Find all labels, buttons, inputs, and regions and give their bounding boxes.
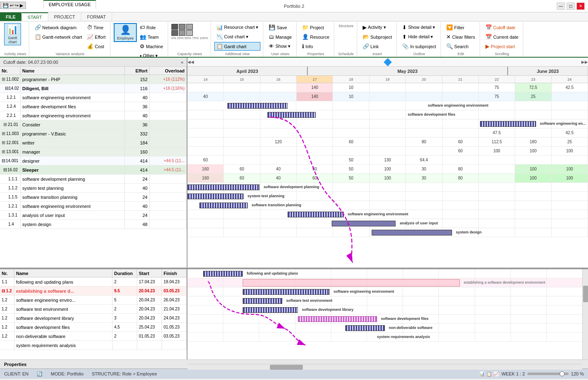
project-start-button[interactable]: ▶ Project start	[483, 42, 520, 51]
machine-button[interactable]: ⚙ Machine	[138, 42, 165, 51]
gantt-nav[interactable]: ◀◀ ▶▶	[187, 58, 588, 67]
time-button[interactable]: ⏱ Time	[85, 23, 108, 32]
gantt-chart-view-button[interactable]: 📋 Gantt chart	[214, 42, 261, 51]
info-button[interactable]: ℹ Info	[300, 42, 331, 51]
restore-button[interactable]: ◻	[567, 2, 575, 10]
table-row[interactable]: ⊞11.003 programmer - V.Basic 332	[0, 129, 187, 138]
cost-chart-button[interactable]: 📉 Cost chart ▾	[214, 33, 261, 41]
table-row[interactable]: 1.4 system design 48	[0, 220, 187, 229]
gcell	[333, 192, 369, 200]
tab-format[interactable]: FORMAT	[81, 12, 112, 21]
table-row[interactable]: ⊞21.01 Consider 36	[0, 120, 187, 129]
zoom-bar[interactable]	[527, 373, 569, 375]
table-row[interactable]: 1.1.2 system test planning 40	[0, 184, 187, 193]
table-row[interactable]: ⊞13.001 manager 160	[0, 147, 187, 156]
gcell	[370, 128, 406, 137]
table-row[interactable]: 1.2.4 software development files 36	[0, 102, 187, 111]
cost-button[interactable]: 💰 Cost	[85, 42, 108, 51]
tab-start[interactable]: START	[22, 12, 48, 21]
hscroll-thumb[interactable]	[270, 365, 303, 370]
bottom-row[interactable]: 1.2 non-deliverable software 2 01.05.23 …	[0, 332, 187, 341]
cell-nr: 1.2.1	[0, 93, 21, 102]
table-row[interactable]: 1.1.1 software development planning 24	[0, 175, 187, 184]
bottom-row[interactable]: 1.2 software development library 3 20.04…	[0, 314, 187, 323]
resource-chart-button[interactable]: 📊 Resource chart ▾	[214, 23, 261, 32]
bar-label: establishing a software development envi…	[464, 280, 546, 284]
search-button[interactable]: 🔍 Search	[444, 42, 477, 51]
table-row[interactable]: ⊞11.002 programmer - PHP 152 +16 (112%)	[0, 75, 187, 84]
scrolling-group: 📅 Cutoff date 📅 Current date ▶ Project s…	[481, 22, 523, 57]
current-date-button[interactable]: 📅 Current date	[483, 33, 520, 41]
gcell: 100	[370, 165, 406, 173]
gcell	[552, 228, 588, 237]
gcell: 25	[552, 138, 588, 146]
table-row[interactable]: 1.2.1 software engineering environment 4…	[0, 202, 187, 211]
horizontal-scrollbar[interactable]	[187, 364, 582, 370]
gantt-chart-button[interactable]: 📊 Ganttchart	[4, 23, 21, 45]
tab-project[interactable]: PROJECT	[48, 12, 81, 21]
cutoff-diamond	[384, 58, 392, 66]
bcell-start: 20.04.23	[137, 287, 162, 295]
bottom-row[interactable]: 1.2 software engineering enviro... 5 20.…	[0, 296, 187, 305]
bottom-row[interactable]: 1.2 software development files 4.5 25.04…	[0, 323, 187, 332]
in-subproject-button[interactable]: 📎 In subproject	[400, 42, 438, 51]
table-row[interactable]: 2.2.1 software engineering environment 4…	[0, 111, 187, 120]
hide-detail-button[interactable]: ⬆ Hide detail ▾	[400, 33, 438, 41]
employee-usage-tab[interactable]: EMPLOYEE USAGE	[43, 0, 96, 9]
link-button[interactable]: 🔗 Link	[361, 42, 394, 51]
view-icons[interactable]: 📊 📋 📈	[479, 371, 499, 377]
table-row[interactable]: 1.2.1 software engineering environment 4…	[0, 93, 187, 102]
table-row[interactable]: 1.1.5 software transition planning 24	[0, 193, 187, 202]
gantt-row: 160 60 40 60 50 100 30 80 100 100	[187, 165, 588, 174]
gcell	[297, 219, 333, 228]
tab-file[interactable]: FILE	[0, 12, 22, 21]
zoom-thumb[interactable]	[560, 371, 565, 376]
gcell	[479, 156, 515, 164]
save-view-button[interactable]: 💾 Save	[267, 23, 294, 32]
bcell-name: software development library	[14, 314, 112, 322]
clear-filters-button[interactable]: ✕ Clear filters	[444, 33, 477, 41]
bottom-row[interactable]: 1.1 following and updating plans 2 17.04…	[0, 277, 187, 287]
gcell	[479, 165, 515, 173]
subproject-button[interactable]: 📂 Subproject	[361, 33, 394, 41]
gcell	[406, 183, 442, 191]
role-button[interactable]: 🏷 Role	[138, 23, 165, 32]
filter-button[interactable]: 🔽 Filter	[444, 23, 477, 32]
employee-button[interactable]: 👤 Employee	[114, 23, 137, 42]
effort-button[interactable]: 📈 Effort	[85, 33, 108, 41]
gcell	[224, 156, 260, 164]
table-row[interactable]: ⊟14.02 Diligent, Bill 116 +16 (116%)	[0, 84, 187, 93]
gantt-network-button[interactable]: 📋 Gantt-network chart	[33, 33, 84, 41]
bottom-row[interactable]: ⊟ 1.2 establishing a software d... 9.5 2…	[0, 287, 187, 296]
manage-button[interactable]: 🗂 Manage	[267, 33, 294, 41]
resource-props-button[interactable]: 👤 Resource	[300, 33, 331, 41]
minimize-button[interactable]: —	[557, 2, 565, 10]
project-props-button[interactable]: 📁 Project	[300, 23, 331, 32]
bottom-table-header: Nr. Name Duration Start Finish	[0, 269, 187, 277]
table-row[interactable]: ⊟16.02 Sleeper 414 +44.5 (11...	[0, 166, 187, 175]
table-row[interactable]: ⊞12.001 writter 184	[0, 138, 187, 147]
table-row[interactable]: 1.3.1 analysis of user input 24	[0, 211, 187, 220]
cell-effort: 36	[125, 102, 150, 111]
vertical-scrollbar[interactable]	[582, 269, 588, 359]
cell-overload: +44.5 (11...	[150, 156, 187, 165]
table-row[interactable]: ⊟14.001 designer 414 +44.5 (11...	[0, 156, 187, 166]
refresh-button[interactable]: 🔄	[37, 371, 42, 377]
close-button[interactable]: ✕	[576, 2, 585, 10]
activity-button[interactable]: ▶ Activity ▾	[361, 23, 394, 32]
gcell	[443, 183, 479, 191]
show-detail-button[interactable]: ⬇ Show detail ▾	[400, 23, 438, 32]
cutoff-nav-button[interactable]: «	[181, 60, 183, 65]
bcol-dur: Duration	[112, 269, 137, 277]
gcell	[333, 128, 369, 137]
network-diagram-button[interactable]: 🔗 Network diagram	[33, 23, 84, 32]
gcell	[547, 287, 582, 296]
scroll-thumb[interactable]	[583, 286, 588, 302]
show-button[interactable]: 👁 Show ▾	[267, 42, 294, 51]
gcell: 47.5	[479, 128, 515, 137]
cutoff-date-button[interactable]: 📅 Cutoff date	[483, 23, 520, 32]
cutoff-bar: Cutoff date: 04.07.23 00:00 «	[0, 58, 187, 67]
team-button[interactable]: 👥 Team	[138, 33, 165, 41]
bottom-row[interactable]: 1.2 software test environment 2 20.04.23…	[0, 305, 187, 314]
bottom-row[interactable]: system requirements analysis	[0, 341, 187, 350]
